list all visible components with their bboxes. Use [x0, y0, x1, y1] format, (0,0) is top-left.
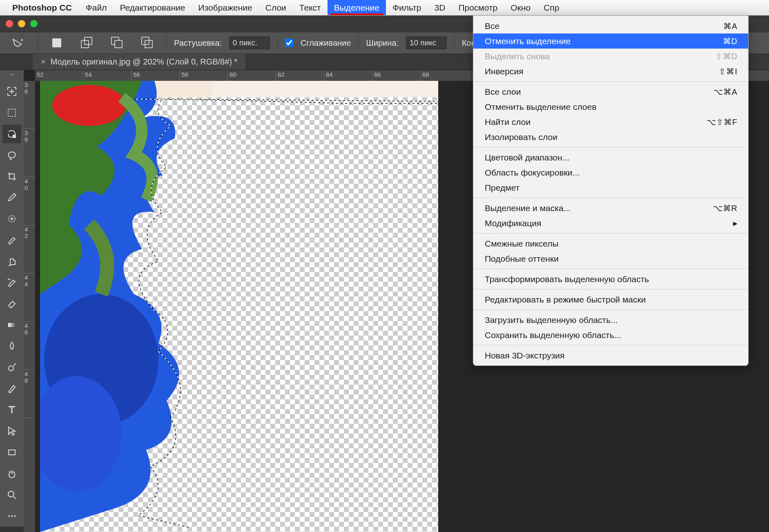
image-content: [40, 81, 212, 532]
feather-input[interactable]: [229, 36, 270, 49]
tool-type[interactable]: [2, 401, 21, 419]
menu-item-label: Инверсия: [485, 67, 524, 76]
tools-panel: [0, 78, 24, 527]
tool-history-brush[interactable]: [2, 273, 21, 292]
tool-marquee[interactable]: [2, 103, 21, 122]
selection-subtract-button[interactable]: [106, 35, 129, 51]
menu-item-label: Выделение и маска...: [485, 203, 571, 213]
document-canvas[interactable]: [40, 81, 438, 532]
tool-dodge[interactable]: [2, 358, 21, 377]
tool-brush[interactable]: [2, 231, 21, 249]
tool-pen[interactable]: [2, 379, 21, 398]
menu-файл[interactable]: Файл: [79, 0, 114, 15]
svg-point-9: [11, 515, 13, 517]
menu-выделение[interactable]: Выделение: [328, 0, 386, 15]
app-name[interactable]: Photoshop CC: [12, 3, 72, 13]
tool-lasso[interactable]: [2, 146, 21, 165]
menu-текст[interactable]: Текст: [293, 0, 328, 15]
tab-title: Модель оригинал.jpg @ 202% (Слой 0, RGB/…: [51, 57, 238, 67]
menu-item-label: Сохранить выделенную область...: [485, 330, 621, 340]
svg-point-7: [8, 491, 14, 497]
ruler-vertical[interactable]: 36384042444648: [24, 81, 35, 532]
svg-rect-4: [8, 323, 16, 327]
menu-item-отменить-выделение-слоев[interactable]: Отменить выделение слоев: [473, 99, 748, 114]
menu-item-выделить-снова: Выделить снова⇧⌘D: [473, 49, 748, 64]
close-window-button[interactable]: [6, 20, 13, 27]
menu-item-область-фокусировки-[interactable]: Область фокусировки...: [473, 165, 748, 180]
minimize-window-button[interactable]: [18, 20, 25, 27]
tool-move[interactable]: [2, 82, 21, 101]
tool-gradient[interactable]: [2, 316, 21, 334]
menu-item-сохранить-выделенную-область-[interactable]: Сохранить выделенную область...: [473, 327, 748, 343]
tool-zoom[interactable]: [2, 485, 21, 504]
menu-item-цветовой-диапазон-[interactable]: Цветовой диапазон...: [473, 150, 748, 165]
selection-add-button[interactable]: [76, 35, 98, 51]
tool-eyedropper[interactable]: [2, 188, 21, 207]
tool-eraser[interactable]: [2, 294, 21, 313]
tool-preset-button[interactable]: [7, 35, 30, 51]
menubar: Photoshop CC ФайлРедактированиеИзображен…: [0, 0, 769, 16]
menu-item-найти-слои[interactable]: Найти слои⌥⇧⌘F: [473, 114, 748, 129]
menu-item-все[interactable]: Все⌘A: [473, 18, 748, 33]
menu-item-изолировать-слои[interactable]: Изолировать слои: [473, 129, 748, 145]
feather-label: Растушевка:: [174, 38, 222, 48]
shortcut-label: ⌥⌘R: [713, 203, 738, 213]
menu-item-подобные-оттенки[interactable]: Подобные оттенки: [473, 251, 748, 266]
svg-rect-2: [13, 135, 16, 138]
menu-item-label: Редактировать в режиме быстрой маски: [485, 295, 646, 305]
menu-item-label: Отменить выделение: [485, 36, 571, 46]
menu-item-инверсия[interactable]: Инверсия⇧⌘I: [473, 64, 748, 79]
menu-3d[interactable]: 3D: [428, 0, 452, 15]
selection-intersect-button[interactable]: [136, 35, 159, 51]
menu-item-label: Все слои: [485, 87, 521, 97]
width-label: Ширина:: [366, 38, 399, 48]
tool-more[interactable]: [2, 507, 21, 525]
menu-item-модификация[interactable]: Модификация▶: [473, 216, 748, 231]
menu-окно[interactable]: Окно: [504, 0, 537, 15]
menu-item-label: Подобные оттенки: [485, 254, 559, 264]
menu-item-редактировать-в-режиме-быстрой-маски[interactable]: Редактировать в режиме быстрой маски: [473, 292, 748, 307]
tool-hand[interactable]: [2, 464, 21, 483]
menu-item-label: Все: [485, 21, 499, 31]
svg-rect-1: [8, 109, 16, 116]
menu-слои[interactable]: Слои: [259, 0, 293, 15]
menu-item-смежные-пикселы[interactable]: Смежные пикселы: [473, 236, 748, 251]
antialias-label: Сглаживание: [301, 38, 351, 48]
menu-item-отменить-выделение[interactable]: Отменить выделение⌘D: [473, 33, 748, 49]
maximize-window-button[interactable]: [30, 20, 38, 27]
menu-item-новая-3d-экструзия[interactable]: Новая 3D-экструзия: [473, 348, 748, 363]
tool-spot-heal[interactable]: [2, 209, 21, 228]
menu-фильтр[interactable]: Фильтр: [386, 0, 428, 15]
svg-point-11: [52, 85, 126, 126]
document-tab[interactable]: × Модель оригинал.jpg @ 202% (Слой 0, RG…: [33, 54, 245, 70]
svg-point-10: [14, 515, 16, 517]
menu-item-выделение-и-маска-[interactable]: Выделение и маска...⌥⌘R: [473, 200, 748, 216]
svg-point-0: [21, 39, 23, 41]
tool-clone[interactable]: [2, 252, 21, 271]
tool-crop[interactable]: [2, 167, 21, 186]
menu-item-label: Изолировать слои: [485, 132, 557, 142]
antialias-checkbox[interactable]: [285, 39, 293, 47]
menu-item-label: Смежные пикселы: [485, 239, 559, 249]
menu-item-все-слои[interactable]: Все слои⌥⌘A: [473, 84, 748, 99]
tool-magnetic-lasso[interactable]: [2, 125, 21, 143]
svg-point-5: [9, 366, 13, 371]
tool-rectangle[interactable]: [2, 443, 21, 462]
menu-item-трансформировать-выделенную-область[interactable]: Трансформировать выделенную область: [473, 272, 748, 287]
tool-panel-expander[interactable]: ››: [0, 70, 24, 78]
menu-item-предмет[interactable]: Предмет: [473, 180, 748, 195]
tool-blur[interactable]: [2, 337, 21, 356]
width-input[interactable]: [406, 36, 447, 49]
shortcut-label: ⌥⇧⌘F: [707, 117, 738, 127]
menu-изображение[interactable]: Изображение: [192, 0, 259, 15]
tool-path-select[interactable]: [2, 422, 21, 441]
shortcut-label: ⌘A: [723, 21, 738, 31]
selection-new-button[interactable]: [45, 35, 68, 51]
menu-редактирование[interactable]: Редактирование: [113, 0, 192, 15]
menu-item-label: Загрузить выделенную область...: [485, 315, 618, 325]
menu-item-загрузить-выделенную-область-[interactable]: Загрузить выделенную область...: [473, 312, 748, 327]
menu-item-label: Цветовой диапазон...: [485, 153, 569, 162]
menu-просмотр[interactable]: Просмотр: [452, 0, 504, 15]
menu-спр[interactable]: Спр: [537, 0, 566, 15]
close-tab-icon[interactable]: ×: [41, 57, 46, 67]
